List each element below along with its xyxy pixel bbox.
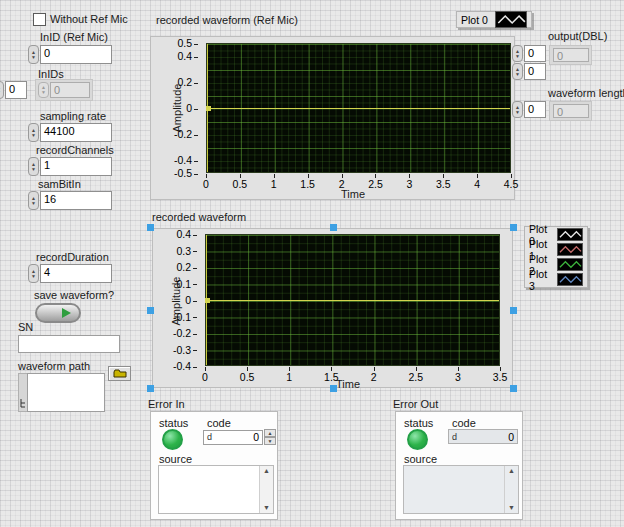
scroll-up-icon[interactable]: ▲ xyxy=(508,466,515,476)
error-out-code-control: d 0 xyxy=(448,429,518,444)
output-dbl-index-col-field[interactable]: 0 xyxy=(524,63,546,80)
waveform-length-element-container: 0 xyxy=(549,101,592,121)
selection-handle[interactable] xyxy=(330,224,337,231)
inids-index-control: ▲▼ 0 xyxy=(0,81,27,99)
graph2-ytick-label: -0.3 xyxy=(163,344,197,357)
legend-plot-label: Plot 3 xyxy=(529,268,557,292)
up-arrow-icon[interactable]: ▲ xyxy=(264,429,276,437)
increment-decrement-icon[interactable]: ▲▼ xyxy=(28,45,39,64)
sam-bit-in-field[interactable]: 16 xyxy=(40,191,112,210)
graph2-trace-origin-marker xyxy=(205,298,210,303)
selection-handle[interactable] xyxy=(510,224,517,231)
graph2[interactable]: Amplitude Time 0.40.30.20.10-0.1-0.2-0.3… xyxy=(152,228,513,388)
graph1-ytick-label: -0.2 xyxy=(164,128,198,141)
selection-handle[interactable] xyxy=(147,224,154,231)
error-out-status-label: status xyxy=(404,417,433,429)
graph1-xtick-label: 3 xyxy=(392,178,426,191)
inids-element-field[interactable]: 0 xyxy=(50,82,90,98)
graph1[interactable]: Amplitude Time 0.50.40.20-0.2-0.4-0.500.… xyxy=(150,36,515,200)
increment-decrement-icon[interactable]: ▲▼ xyxy=(28,191,39,210)
error-out-status-led xyxy=(407,429,428,450)
graph2-xtick-label: 2.5 xyxy=(399,371,433,384)
increment-decrement-icon[interactable]: ▲▼ xyxy=(38,82,49,98)
folder-icon xyxy=(113,369,127,378)
error-out-title: Error Out xyxy=(393,398,438,410)
error-in-title: Error In xyxy=(148,398,185,410)
increment-decrement-icon[interactable]: ▲▼ xyxy=(0,81,4,99)
error-out-source-label: source xyxy=(404,453,437,465)
increment-decrement-icon[interactable]: ▲▼ xyxy=(512,45,523,62)
error-in-source-field[interactable]: ▲ ▼ xyxy=(158,465,274,514)
save-waveform-label: save waveform? xyxy=(34,289,114,301)
graph1-xtick-label: 3.5 xyxy=(426,178,460,191)
graph1-plot-area[interactable] xyxy=(206,43,511,173)
increment-decrement-icon[interactable]: ▲▼ xyxy=(28,157,39,176)
scroll-down-icon[interactable]: ▼ xyxy=(263,503,270,513)
waveform-path-input[interactable] xyxy=(27,373,105,412)
error-in-code-label: code xyxy=(207,417,231,429)
graph2-plot-area[interactable] xyxy=(205,234,500,366)
graph2-plot0-trace xyxy=(206,300,499,301)
selection-handle[interactable] xyxy=(510,307,517,314)
graph2-xtick-label: 2 xyxy=(357,371,391,384)
inid-ref-mic-control: ▲▼ 0 xyxy=(28,45,112,64)
down-arrow-icon[interactable]: ▼ xyxy=(264,437,276,445)
waveform-line-icon xyxy=(495,11,527,28)
error-in-status-led[interactable] xyxy=(162,429,183,450)
graph2-ytick-label: 0.2 xyxy=(163,261,197,274)
increment-decrement-icon[interactable]: ▲▼ xyxy=(512,101,523,118)
graph1-legend[interactable]: Plot 0 xyxy=(456,11,532,28)
legend-row[interactable]: Plot 3 xyxy=(525,272,587,287)
output-dbl-index-col: ▲▼ 0 xyxy=(512,63,546,80)
graph2-ytick-label: -0.2 xyxy=(163,327,197,340)
waveform-length-index-field[interactable]: 0 xyxy=(524,101,546,118)
output-dbl-index-row-field[interactable]: 0 xyxy=(524,45,546,62)
graph1-ytick-label: 0.4 xyxy=(164,50,198,63)
legend-plot-label: Plot 0 xyxy=(461,14,495,26)
sn-input[interactable] xyxy=(18,335,120,353)
record-channels-field[interactable]: 1 xyxy=(40,157,112,176)
record-duration-label: recordDuration xyxy=(36,251,109,263)
sn-label: SN xyxy=(18,321,33,333)
error-in-code-field[interactable]: d 0 xyxy=(203,430,263,445)
record-duration-field[interactable]: 4 xyxy=(40,264,112,283)
error-in-code-spinner[interactable]: ▲ ▼ xyxy=(264,429,276,445)
scrollbar[interactable]: ▲ ▼ xyxy=(259,466,273,513)
output-dbl-element-container: 0 xyxy=(549,45,592,65)
graph2-ytick-label: 0.4 xyxy=(163,228,197,241)
increment-decrement-icon[interactable]: ▲▼ xyxy=(28,123,39,142)
error-in-code-value: 0 xyxy=(212,431,259,443)
sam-bit-in-label: samBitIn xyxy=(38,178,81,190)
record-duration-control: ▲▼ 4 xyxy=(28,264,112,283)
increment-decrement-icon[interactable]: ▲▼ xyxy=(512,63,523,80)
inids-index-field[interactable]: 0 xyxy=(5,81,27,99)
sampling-rate-field[interactable]: 44100 xyxy=(40,123,112,142)
inid-ref-mic-label: InID (Ref Mic) xyxy=(40,31,108,43)
record-channels-label: recordChannels xyxy=(36,144,114,156)
graph1-xtick-label: 1 xyxy=(257,178,291,191)
scroll-down-icon[interactable]: ▼ xyxy=(508,503,515,513)
graph1-xtick-label: 2 xyxy=(325,178,359,191)
browse-button[interactable] xyxy=(108,366,131,381)
without-ref-mic-checkbox[interactable] xyxy=(33,13,46,26)
graph2-xtick-label: 3 xyxy=(441,371,475,384)
labview-front-panel: Without Ref Mic InID (Ref Mic) ▲▼ 0 InID… xyxy=(0,0,624,527)
selection-handle[interactable] xyxy=(147,385,154,392)
graph1-xtick-label: 4.5 xyxy=(494,178,528,191)
graph1-ytick-label: 0 xyxy=(164,102,198,115)
increment-decrement-icon[interactable]: ▲▼ xyxy=(28,264,39,283)
graph2-ytick-label: 0 xyxy=(163,294,197,307)
scroll-up-icon[interactable]: ▲ xyxy=(263,466,270,476)
selection-handle[interactable] xyxy=(330,385,337,392)
scrollbar[interactable]: ▲ ▼ xyxy=(504,466,518,513)
legend-row[interactable]: Plot 0 xyxy=(457,12,531,27)
selection-handle[interactable] xyxy=(510,385,517,392)
graph1-xtick-label: 0.5 xyxy=(223,178,257,191)
error-out-source-field: ▲ ▼ xyxy=(403,465,519,514)
inid-ref-mic-field[interactable]: 0 xyxy=(40,45,112,64)
selection-handle[interactable] xyxy=(147,307,154,314)
graph2-xtick-label: 3.5 xyxy=(483,371,517,384)
save-waveform-button[interactable] xyxy=(35,303,81,323)
graph1-title: recorded waveform (Ref Mic) xyxy=(156,14,298,26)
graph2-legend[interactable]: Plot 0Plot 1Plot 2Plot 3 xyxy=(524,226,588,288)
